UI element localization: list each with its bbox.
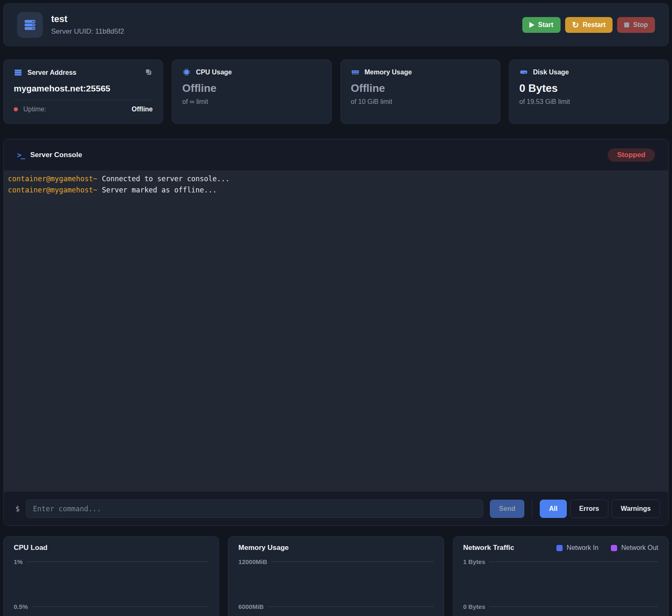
- power-actions: Start ↻ Restart Stop: [522, 17, 655, 33]
- page-title: test: [51, 14, 124, 25]
- console-prompt: container@mygamehost~: [8, 175, 97, 183]
- send-button[interactable]: Send: [490, 500, 524, 518]
- ytick-label: 1%: [14, 558, 23, 565]
- stop-button[interactable]: Stop: [617, 17, 655, 33]
- restart-button-label: Restart: [583, 21, 605, 29]
- cpu-usage-label: CPU Usage: [196, 69, 232, 76]
- console-message: Server marked as offline...: [102, 186, 217, 194]
- console-header: >_ Server Console Stopped: [4, 139, 668, 170]
- gridline: 6000MiB: [238, 603, 433, 610]
- memory-chart-title: Memory Usage: [238, 544, 289, 552]
- network-legend: Network In Network Out: [556, 544, 658, 552]
- stats-row: Server Address mygamehost.net:25565 Upti…: [3, 59, 669, 124]
- uptime-value: Offline: [132, 106, 153, 113]
- memory-icon: [351, 68, 360, 76]
- gridline: 12000MiB: [238, 558, 433, 565]
- network-out-label: Network Out: [621, 544, 658, 552]
- server-address-label: Server Address: [27, 69, 77, 76]
- cpu-usage-limit: of ∞ limit: [182, 98, 321, 106]
- command-input[interactable]: [26, 500, 483, 518]
- filter-all-button[interactable]: All: [540, 500, 566, 518]
- restart-button[interactable]: ↻ Restart: [565, 17, 613, 33]
- cpu-icon: [182, 68, 191, 76]
- stop-button-label: Stop: [633, 21, 648, 29]
- ytick-label: 1 Bytes: [463, 558, 485, 565]
- server-icon: [23, 18, 37, 32]
- ytick-label: 12000MiB: [238, 558, 267, 565]
- server-uuid: Server UUID: 11b8d5f2: [51, 27, 124, 36]
- console-title: Server Console: [30, 151, 82, 159]
- memory-usage-chart: Memory Usage 12000MiB 6000MiB: [228, 536, 444, 616]
- gridline: 1 Bytes: [463, 558, 658, 565]
- command-bar: $ Send All Errors Warnings: [4, 492, 668, 525]
- legend-item-network-out: Network Out: [611, 544, 658, 552]
- restart-icon: ↻: [572, 21, 579, 29]
- memory-usage-card: Memory Usage Offline of 10 GiB limit: [341, 59, 500, 124]
- disk-usage-label: Disk Usage: [533, 69, 569, 76]
- grid-line: [489, 606, 658, 607]
- cpu-usage-card: CPU Usage Offline of ∞ limit: [172, 59, 331, 124]
- start-button-label: Start: [538, 21, 553, 29]
- server-address-icon: [14, 68, 22, 77]
- cpu-chart-title: CPU Load: [14, 544, 47, 552]
- gridline: 0 Bytes: [463, 603, 658, 610]
- legend-item-network-in: Network In: [556, 544, 598, 552]
- ytick-label: 6000MiB: [238, 603, 264, 610]
- server-header: test Server UUID: 11b8d5f2 Start ↻ Resta…: [3, 3, 669, 46]
- disk-usage-value: 0 Bytes: [519, 82, 658, 95]
- console-message: Connected to server console...: [102, 175, 230, 183]
- status-badge: Stopped: [608, 148, 655, 162]
- stop-icon: [624, 22, 629, 27]
- grid-line: [32, 606, 209, 607]
- filter-errors-button[interactable]: Errors: [570, 500, 608, 518]
- ytick-label: 0.5%: [14, 603, 28, 610]
- copy-address-button[interactable]: [144, 68, 153, 77]
- console-output[interactable]: container@mygamehost~Connected to server…: [4, 170, 668, 492]
- grid-line: [267, 606, 433, 607]
- uptime-status-dot: [14, 107, 18, 111]
- start-button[interactable]: Start: [522, 17, 560, 33]
- console-prompt: container@mygamehost~: [8, 186, 97, 194]
- memory-usage-value: Offline: [351, 82, 490, 95]
- cpu-load-chart: CPU Load 1% 0.5%: [3, 536, 219, 616]
- filter-warnings-button[interactable]: Warnings: [612, 500, 660, 518]
- disk-usage-card: Disk Usage 0 Bytes of 19.53 GiB limit: [509, 59, 669, 124]
- prompt-symbol: $: [15, 505, 20, 513]
- disk-icon: [519, 68, 528, 76]
- console-line: container@mygamehost~Connected to server…: [8, 173, 664, 185]
- memory-usage-label: Memory Usage: [365, 69, 412, 76]
- server-avatar: [17, 12, 43, 38]
- charts-row: CPU Load 1% 0.5% Memory Usage 12000MiB 6…: [3, 536, 669, 616]
- copy-icon: [144, 68, 153, 76]
- log-filters: All Errors Warnings: [540, 500, 660, 518]
- uptime-label: Uptime:: [23, 106, 46, 113]
- memory-usage-limit: of 10 GiB limit: [351, 98, 490, 106]
- cpu-usage-value: Offline: [182, 82, 321, 95]
- network-traffic-chart: Network Traffic Network In Network Out 1…: [453, 536, 669, 616]
- server-address-card: Server Address mygamehost.net:25565 Upti…: [3, 59, 163, 124]
- network-chart-title: Network Traffic: [463, 544, 514, 552]
- network-in-swatch-icon: [556, 545, 563, 551]
- gridline: 0.5%: [14, 603, 209, 610]
- gridline: 1%: [14, 558, 209, 565]
- network-out-swatch-icon: [611, 545, 617, 551]
- server-console-panel: >_ Server Console Stopped container@myga…: [3, 139, 669, 526]
- grid-line: [489, 562, 658, 562]
- divider: [14, 100, 153, 100]
- ytick-label: 0 Bytes: [463, 603, 485, 610]
- network-in-label: Network In: [567, 544, 598, 552]
- divider: [532, 500, 532, 518]
- grid-line: [271, 562, 434, 562]
- console-line: container@mygamehost~Server marked as of…: [8, 185, 664, 196]
- terminal-icon: >_: [17, 150, 25, 159]
- disk-usage-limit: of 19.53 GiB limit: [519, 98, 658, 106]
- server-address-value: mygamehost.net:25565: [14, 84, 153, 94]
- play-icon: [529, 22, 534, 28]
- grid-line: [27, 562, 209, 562]
